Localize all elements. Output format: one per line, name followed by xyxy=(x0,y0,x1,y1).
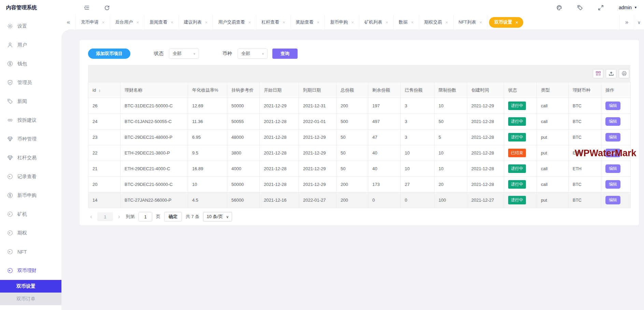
add-dual-project-button[interactable]: 添加双币项目 xyxy=(88,49,130,59)
sidebar-item-news[interactable]: 新闻 xyxy=(0,92,61,111)
cell-name: BTC-29DEC21-48000-P xyxy=(120,130,188,145)
close-tab-icon[interactable]: × xyxy=(317,20,320,25)
edit-button[interactable]: 编辑 xyxy=(605,102,620,110)
cell-type: call xyxy=(537,98,569,114)
sidebar-item-dual-coin[interactable]: 双币理财 xyxy=(0,261,61,280)
sidebar-subitem-dual-settings[interactable]: 双币设置 xyxy=(0,280,61,293)
tab-label: 奖励查看 xyxy=(296,19,314,25)
refresh-icon[interactable] xyxy=(104,5,110,11)
sidebar-item-coins[interactable]: 币种管理 xyxy=(0,130,61,148)
page-size-select[interactable]: 10 条/页 ∨ xyxy=(203,212,232,221)
collapse-menu-icon[interactable] xyxy=(84,5,90,11)
sidebar-subitem-dual-orders[interactable]: 双币订单 xyxy=(0,293,61,305)
tab-admin-users[interactable]: 后台用户× xyxy=(110,15,145,29)
tab-user-trades[interactable]: 用户交易查看× xyxy=(213,15,256,29)
edit-button[interactable]: 编辑 xyxy=(605,196,620,204)
tab-data[interactable]: 数据× xyxy=(393,15,419,29)
col-header-end_date: 到期日期 xyxy=(299,82,337,98)
scroll-tabs-left-button[interactable]: « xyxy=(61,15,76,29)
sidebar-item-label: 用户 xyxy=(17,42,27,48)
goto-page-input[interactable] xyxy=(139,212,152,221)
tab-news-view[interactable]: 新闻查看× xyxy=(144,15,179,29)
col-header-sold: 已售份额 xyxy=(401,82,434,98)
tab-dual-settings[interactable]: 双币设置× xyxy=(489,17,523,28)
total-count: 共 7 条 xyxy=(186,214,199,220)
tab-options-trade[interactable]: 期权交易× xyxy=(419,15,454,29)
sidebar-item-options[interactable]: 期权 xyxy=(0,224,61,242)
edit-button[interactable]: 编辑 xyxy=(605,133,620,141)
tag-icon[interactable] xyxy=(577,5,583,11)
col-header-id[interactable]: id▲▼ xyxy=(88,82,120,98)
cell-status: 进行中 xyxy=(504,177,537,192)
col-header-rate: 年化收益率% xyxy=(188,82,227,98)
tab-nft-list[interactable]: NFT列表× xyxy=(454,15,488,29)
cell-ref_price: 50000 xyxy=(227,177,260,192)
sidebar-item-users[interactable]: 用户 xyxy=(0,36,61,54)
next-page-button[interactable]: › xyxy=(116,214,122,220)
edit-button[interactable]: 编辑 xyxy=(605,117,620,126)
tab-recharge-request[interactable]: 充币申请× xyxy=(76,15,110,29)
query-button[interactable]: 查询 xyxy=(272,49,298,59)
sidebar-item-settings[interactable]: 设置 xyxy=(0,17,61,36)
cell-limit_count: 5 xyxy=(434,130,467,145)
palette-icon[interactable] xyxy=(556,5,562,11)
edit-button[interactable]: 编辑 xyxy=(605,180,620,189)
close-tab-icon[interactable]: × xyxy=(515,20,518,25)
tab-leverage-view[interactable]: 杠杆查看× xyxy=(256,15,291,29)
status-select[interactable]: 全部 ▾ xyxy=(169,49,199,59)
close-tab-icon[interactable]: × xyxy=(248,20,251,25)
cell-sold: 3 xyxy=(401,114,434,130)
tab-label: 新币申购 xyxy=(330,19,348,25)
tab-suggestion-list[interactable]: 建议列表× xyxy=(179,15,213,29)
cell-sold: 0 xyxy=(401,192,434,208)
page-label: 页 xyxy=(156,214,160,220)
current-page[interactable]: 1 xyxy=(97,212,113,221)
sidebar-item-wallet[interactable]: 钱包 xyxy=(0,54,61,73)
fullscreen-icon[interactable] xyxy=(598,5,604,11)
prev-page-button[interactable]: ‹ xyxy=(88,214,94,220)
cell-end_date: 2021-12-29 xyxy=(299,130,337,145)
sidebar-item-miner[interactable]: 矿机 xyxy=(0,205,61,224)
coin-select[interactable]: 全部 ▾ xyxy=(238,49,268,59)
close-tab-icon[interactable]: × xyxy=(137,20,139,25)
scroll-tabs-right-button[interactable]: » xyxy=(619,15,634,29)
close-tab-icon[interactable]: × xyxy=(283,20,285,25)
close-tab-icon[interactable]: × xyxy=(102,20,105,25)
tabs-dropdown-button[interactable]: ∨ xyxy=(634,15,644,29)
close-tab-icon[interactable]: × xyxy=(386,20,388,25)
history-icon xyxy=(7,249,13,255)
user-menu[interactable]: admin ▼ xyxy=(619,5,637,10)
print-button[interactable] xyxy=(619,69,629,78)
page-size-value: 10 条/页 xyxy=(206,214,223,220)
cell-start_date: 2021-12-29 xyxy=(260,98,299,114)
export-button[interactable] xyxy=(606,69,616,78)
sidebar-item-nft[interactable]: NFT xyxy=(0,242,61,261)
cell-rate: 16.89 xyxy=(188,161,227,177)
tab-label: NFT列表 xyxy=(459,19,476,25)
edit-button[interactable]: 编辑 xyxy=(605,164,620,173)
sidebar-item-leverage[interactable]: 杠杆交易 xyxy=(0,148,61,167)
cell-coin: BTC xyxy=(569,114,601,130)
tab-miner-list[interactable]: 矿机列表× xyxy=(359,15,394,29)
cell-limit_count: 10 xyxy=(434,98,467,114)
close-tab-icon[interactable]: × xyxy=(445,20,448,25)
cell-start_date: 2021-12-28 xyxy=(260,161,299,177)
close-tab-icon[interactable]: × xyxy=(205,20,208,25)
close-tab-icon[interactable]: × xyxy=(480,20,482,25)
coin-select-value: 全部 xyxy=(241,51,250,57)
confirm-button[interactable]: 确定 xyxy=(164,212,182,221)
close-tab-icon[interactable]: × xyxy=(411,20,414,25)
tab-new-coin-sub[interactable]: 新币申购× xyxy=(325,15,359,29)
tab-rewards-view[interactable]: 奖励查看× xyxy=(291,15,325,29)
close-tab-icon[interactable]: × xyxy=(171,20,173,25)
close-tab-icon[interactable]: × xyxy=(351,20,354,25)
cell-name: BTC-29DEC21-50000-C xyxy=(120,177,188,192)
cell-start_date: 2021-12-28 xyxy=(260,177,299,192)
sidebar-item-admins[interactable]: 管理员 xyxy=(0,73,61,92)
sidebar-item-suggestions[interactable]: 投拆建议 xyxy=(0,111,61,130)
sidebar-item-records[interactable]: 记录查看 xyxy=(0,167,61,186)
sidebar-item-new-coin[interactable]: 新币申购 xyxy=(0,186,61,205)
columns-button[interactable] xyxy=(593,69,603,78)
cell-status: 进行中 xyxy=(504,130,537,145)
sort-icon[interactable]: ▲▼ xyxy=(98,89,101,92)
